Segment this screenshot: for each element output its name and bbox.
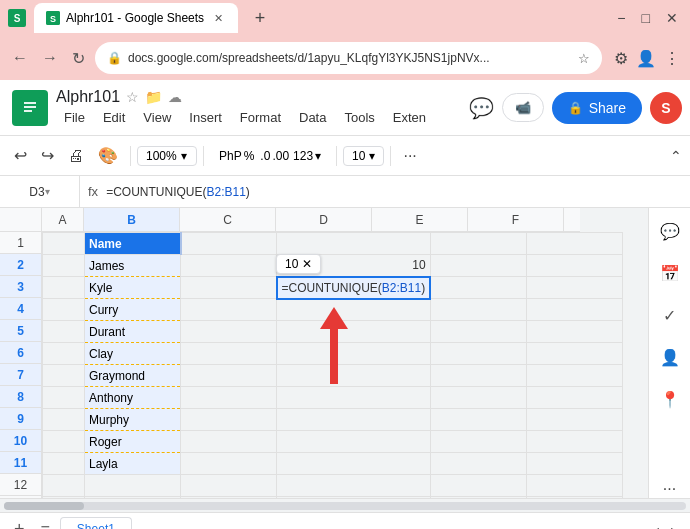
- menu-tools[interactable]: Tools: [336, 108, 382, 127]
- cell-f5[interactable]: [526, 321, 622, 343]
- scrollbar-track[interactable]: [4, 502, 686, 510]
- cell-c7[interactable]: [181, 365, 277, 387]
- cell-a1[interactable]: [43, 233, 85, 255]
- row-header-5[interactable]: 5: [0, 320, 42, 342]
- cell-d9[interactable]: [277, 409, 431, 431]
- cell-a11[interactable]: [43, 453, 85, 475]
- menu-file[interactable]: File: [56, 108, 93, 127]
- cell-d11[interactable]: [277, 453, 431, 475]
- cell-d1[interactable]: [277, 233, 431, 255]
- cell-e4[interactable]: [430, 299, 526, 321]
- row-header-3[interactable]: 3: [0, 276, 42, 298]
- cell-b8[interactable]: Anthony: [85, 387, 181, 409]
- cell-d8[interactable]: [277, 387, 431, 409]
- cell-d7[interactable]: [277, 365, 431, 387]
- cell-c11[interactable]: [181, 453, 277, 475]
- sidebar-calendar-icon[interactable]: 📅: [655, 258, 685, 288]
- cell-a3[interactable]: [43, 277, 85, 299]
- cell-f11[interactable]: [526, 453, 622, 475]
- sheet-menu-button[interactable]: ≡: [35, 519, 56, 530]
- cell-a10[interactable]: [43, 431, 85, 453]
- cell-c8[interactable]: [181, 387, 277, 409]
- cell-f1[interactable]: [526, 233, 622, 255]
- cell-c13[interactable]: [181, 497, 277, 499]
- cell-reference-box[interactable]: D3 ▾: [0, 176, 80, 207]
- row-header-4[interactable]: 4: [0, 298, 42, 320]
- cell-e7[interactable]: [430, 365, 526, 387]
- cell-e5[interactable]: [430, 321, 526, 343]
- extensions-icon[interactable]: ⚙: [612, 47, 630, 70]
- menu-insert[interactable]: Insert: [181, 108, 230, 127]
- cell-a6[interactable]: [43, 343, 85, 365]
- share-button[interactable]: 🔒 Share: [552, 92, 642, 124]
- cell-a12[interactable]: [43, 475, 85, 497]
- col-header-a[interactable]: A: [42, 208, 84, 232]
- menu-edit[interactable]: Edit: [95, 108, 133, 127]
- avatar[interactable]: S: [650, 92, 682, 124]
- cell-c9[interactable]: [181, 409, 277, 431]
- paint-format-button[interactable]: 🎨: [92, 142, 124, 169]
- cell-b13[interactable]: [85, 497, 181, 499]
- undo-button[interactable]: ↩: [8, 142, 33, 169]
- cell-a9[interactable]: [43, 409, 85, 431]
- cell-d12[interactable]: [277, 475, 431, 497]
- cell-e13[interactable]: [430, 497, 526, 499]
- menu-extensions[interactable]: Exten: [385, 108, 434, 127]
- cell-e1[interactable]: [430, 233, 526, 255]
- sidebar-tasks-icon[interactable]: ✓: [655, 300, 685, 330]
- cell-c6[interactable]: [181, 343, 277, 365]
- scroll-left-button[interactable]: ◂: [648, 520, 663, 530]
- reload-button[interactable]: ↻: [68, 45, 89, 72]
- collapse-button[interactable]: ⌃: [670, 148, 682, 164]
- cell-b6[interactable]: Clay: [85, 343, 181, 365]
- cell-f8[interactable]: [526, 387, 622, 409]
- cell-e8[interactable]: [430, 387, 526, 409]
- back-button[interactable]: ←: [8, 45, 32, 71]
- cell-a13[interactable]: [43, 497, 85, 499]
- row-header-6[interactable]: 6: [0, 342, 42, 364]
- row-header-13[interactable]: 13: [0, 496, 42, 498]
- cell-e10[interactable]: [430, 431, 526, 453]
- cell-c4[interactable]: [181, 299, 277, 321]
- cell-d4[interactable]: [277, 299, 431, 321]
- menu-format[interactable]: Format: [232, 108, 289, 127]
- sidebar-contacts-icon[interactable]: 👤: [655, 342, 685, 372]
- cell-c12[interactable]: [181, 475, 277, 497]
- cell-f4[interactable]: [526, 299, 622, 321]
- horizontal-scrollbar[interactable]: [0, 498, 690, 512]
- cell-f10[interactable]: [526, 431, 622, 453]
- close-button[interactable]: ✕: [662, 10, 682, 26]
- cell-e9[interactable]: [430, 409, 526, 431]
- print-button[interactable]: 🖨: [62, 143, 90, 169]
- cell-d10[interactable]: [277, 431, 431, 453]
- profile-icon[interactable]: 👤: [634, 47, 658, 70]
- scroll-right-button[interactable]: ▸: [667, 520, 682, 530]
- tooltip-close-icon[interactable]: ✕: [302, 257, 312, 271]
- cell-e6[interactable]: [430, 343, 526, 365]
- cell-b11[interactable]: Layla: [85, 453, 181, 475]
- menu-data[interactable]: Data: [291, 108, 334, 127]
- cell-f13[interactable]: [526, 497, 622, 499]
- cell-f12[interactable]: [526, 475, 622, 497]
- browser-tab[interactable]: S Alphr101 - Google Sheets ✕: [34, 3, 238, 33]
- row-header-12[interactable]: 12: [0, 474, 42, 496]
- cell-a5[interactable]: [43, 321, 85, 343]
- new-tab-button[interactable]: +: [246, 4, 274, 32]
- more-icon[interactable]: ⋮: [662, 47, 682, 70]
- cell-f7[interactable]: [526, 365, 622, 387]
- cell-c10[interactable]: [181, 431, 277, 453]
- meet-button[interactable]: 📹: [502, 93, 544, 122]
- cell-e2[interactable]: [430, 255, 526, 277]
- scrollbar-thumb[interactable]: [4, 502, 84, 510]
- cell-d3[interactable]: =COUNTUNIQUE(B2:B11): [277, 277, 431, 299]
- folder-icon[interactable]: 📁: [145, 89, 162, 105]
- row-header-10[interactable]: 10: [0, 430, 42, 452]
- cell-b9[interactable]: Murphy: [85, 409, 181, 431]
- cell-b4[interactable]: Curry: [85, 299, 181, 321]
- cell-d5[interactable]: [277, 321, 431, 343]
- row-header-7[interactable]: 7: [0, 364, 42, 386]
- cell-f6[interactable]: [526, 343, 622, 365]
- cell-a7[interactable]: [43, 365, 85, 387]
- cell-c5[interactable]: [181, 321, 277, 343]
- tab-close-button[interactable]: ✕: [210, 10, 226, 26]
